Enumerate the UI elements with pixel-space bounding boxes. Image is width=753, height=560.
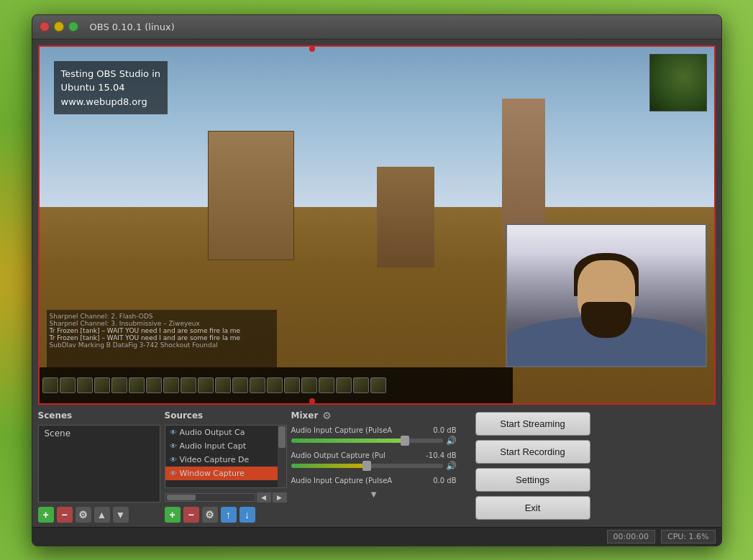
status-cpu: CPU: 1.6% [661,530,716,543]
ab-icon-13 [250,377,265,393]
source-item-3[interactable]: 👁 Video Capture De [165,453,286,467]
scene-item-1[interactable]: Scene [39,426,160,441]
minimap [649,54,707,111]
game-chat: Sharpnel Channel: 2. Flash-ODS Sharpnel … [47,310,277,367]
sources-down-button[interactable]: ↓ [239,507,255,523]
scenes-list: Scene [38,425,160,502]
mixer-channel-1-header: Audio Input Capture (PulseA 0.0 dB [291,426,457,434]
hscroll-thumb [167,495,196,500]
mixer-channel-3-header: Audio Input Capture (PulseA 0.0 dB [291,477,457,485]
ab-icon-10 [198,377,214,393]
ab-icon-2 [60,377,76,393]
sources-up-button[interactable]: ↑ [221,507,237,523]
main-window: OBS 0.10.1 (linux) Testing OBS Studio in… [32,14,722,546]
maximize-button[interactable] [68,22,78,32]
sources-label: Sources [165,409,287,422]
sources-remove-button[interactable]: − [183,507,199,523]
source-name-2: Audio Input Capt [180,441,246,451]
overlay-line1: Testing OBS Studio in [61,67,161,81]
chat-line-1: Sharpnel Channel: 2. Flash-ODS [50,313,274,320]
sources-scrollbar[interactable] [278,426,286,487]
sources-toolbar: + − ⚙ ↑ ↓ [165,507,287,523]
statusbar: 00:00:00 CPU: 1.6% [32,527,721,546]
game-structure-2 [377,167,434,267]
ab-icon-11 [215,377,231,393]
exit-button[interactable]: Exit [475,496,590,520]
sources-list: 👁 Audio Output Ca 👁 Audio Input Capt 👁 V… [165,425,287,488]
scenes-up-button[interactable]: ▲ [94,507,110,523]
start-streaming-button[interactable]: Start Streaming [475,412,590,436]
sources-hscroll-row: ◀ ▶ [165,492,287,502]
start-recording-button[interactable]: Start Recording [475,440,590,464]
window-controls [40,22,78,32]
ab-icon-8 [163,377,179,393]
mixer-vol-icon-1[interactable]: 🔊 [446,436,457,446]
source-item-2[interactable]: 👁 Audio Input Capt [165,439,286,453]
mixer-db-2: -10.4 dB [426,451,456,459]
corner-marker-bottom [309,398,315,404]
source-name-1: Audio Output Ca [180,428,245,437]
mixer-scroll-indicator: ▼ [291,490,457,498]
preview-area: Testing OBS Studio in Ubuntu 15.04 www.w… [38,45,716,405]
scenes-remove-button[interactable]: − [57,507,73,523]
scenes-config-button[interactable]: ⚙ [76,507,91,523]
source-item-1[interactable]: 👁 Audio Output Ca [165,426,286,439]
ab-icon-6 [129,377,145,393]
hscroll-right[interactable]: ▶ [273,492,287,502]
game-tower [502,98,545,242]
mixer-fader-2[interactable] [291,464,443,468]
ab-icon-15 [284,377,300,393]
status-time: 00:00:00 [607,530,655,543]
window-title: OBS 0.10.1 (linux) [90,22,175,32]
scenes-down-button[interactable]: ▼ [113,507,129,523]
mixer-fader-1[interactable] [291,439,443,443]
mixer-panel: Mixer ⚙ Audio Input Capture (PulseA 0.0 … [291,409,457,523]
mixer-vol-icon-2[interactable]: 🔊 [446,461,457,471]
right-buttons-panel: Start Streaming Start Recording Settings… [461,409,716,523]
sources-config-button[interactable]: ⚙ [202,507,218,523]
source-item-4[interactable]: 👁 Window Capture [165,467,286,480]
mixer-fader-row-2: 🔊 [291,461,457,471]
close-button[interactable] [40,22,50,32]
source-name-4: Window Capture [180,469,245,478]
minimize-button[interactable] [54,22,64,32]
ab-icon-9 [181,377,196,393]
action-bar-icons [42,377,386,393]
mixer-settings-icon[interactable]: ⚙ [322,410,332,421]
scenes-toolbar: + − ⚙ ▲ ▼ [38,507,160,523]
eye-icon-1: 👁 [170,428,177,436]
chat-line-3: Tr Frozen [tank] – WAIT YOU need I and a… [50,327,274,334]
sources-hscroll[interactable] [165,493,255,502]
webcam-beard [581,302,631,338]
ab-icon-17 [319,377,334,393]
ab-icon-1 [42,377,58,393]
sources-add-button[interactable]: + [165,507,181,523]
fader-handle-1 [401,436,409,446]
webcam-overlay [506,224,707,367]
scenes-add-button[interactable]: + [38,507,54,523]
eye-icon-2: 👁 [170,442,177,450]
game-structure-1 [208,131,294,260]
hscroll-left[interactable]: ◀ [257,492,271,502]
mixer-header: Mixer ⚙ [291,409,457,422]
ab-icon-12 [232,377,248,393]
action-bar [40,367,513,403]
mixer-db-1: 0.0 dB [433,426,456,434]
ab-icon-7 [146,377,162,393]
fader-fill-1 [291,439,405,443]
ab-icon-14 [267,377,283,393]
ab-icon-3 [77,377,93,393]
ab-icon-16 [301,377,317,393]
mixer-channel-2-header: Audio Output Capture (Pul -10.4 dB [291,451,457,459]
chat-line-4: Tr Frozen [tank] – WAIT YOU need I and a… [50,334,274,341]
settings-button[interactable]: Settings [475,468,590,492]
mixer-scroll-down-icon[interactable]: ▼ [371,490,377,498]
webcam-person [507,225,706,366]
overlay-text: Testing OBS Studio in Ubuntu 15.04 www.w… [54,61,168,115]
mixer-channel-1: Audio Input Capture (PulseA 0.0 dB 🔊 [291,425,457,447]
mixer-label: Mixer [291,409,319,422]
chat-line-2: Sharpnel Channel: 3. Insubmissive – Ziwe… [50,320,274,327]
sources-panel: Sources 👁 Audio Output Ca 👁 Audio Input … [165,409,287,523]
game-preview: Testing OBS Studio in Ubuntu 15.04 www.w… [40,47,714,403]
titlebar: OBS 0.10.1 (linux) [32,15,721,40]
